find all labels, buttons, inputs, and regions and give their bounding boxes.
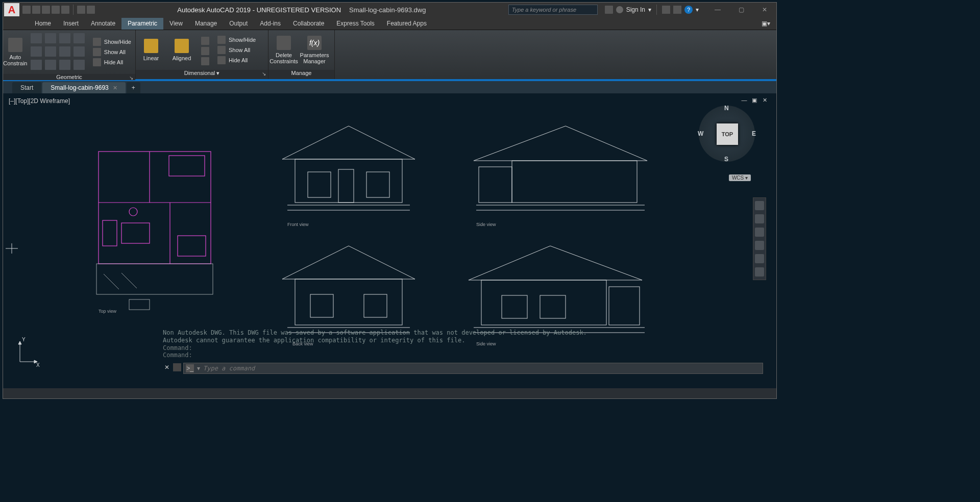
svg-rect-25 [310,294,333,317]
panel-label-dimensional[interactable]: Dimensional ▾↘ [136,70,268,79]
dim-radius-button[interactable] [200,46,210,56]
panel-expand-icon[interactable]: ↘ [129,75,133,81]
showall-icon [93,48,101,56]
radius-icon [201,47,209,55]
svg-rect-7 [178,236,206,256]
tab-new-button[interactable]: + [127,82,140,93]
showhide-icon [217,36,226,44]
signin-button[interactable]: Sign In [626,6,645,13]
auto-constrain-button[interactable]: Auto Constrain [3,30,28,74]
aligned-button[interactable]: Aligned [166,30,197,70]
command-window[interactable]: Non Autodesk DWG. This DWG file was save… [163,329,763,374]
exchange-icon[interactable] [673,6,681,14]
dim-showall-button[interactable]: Show All [216,45,257,55]
delete-constraints-icon [277,36,291,50]
svg-rect-9 [96,264,213,294]
hideall-icon [93,58,101,66]
status-bar [3,388,776,398]
dim-hideall-button[interactable]: Hide All [216,56,257,65]
minimize-button[interactable]: — [706,3,729,17]
tab-home[interactable]: Home [29,18,57,30]
tab-addins[interactable]: Add-ins [254,18,287,30]
geo-showhide-button[interactable]: Show/Hide [92,37,132,46]
tab-expresstools[interactable]: Express Tools [330,18,380,30]
qat-open-icon[interactable] [32,6,40,14]
angular-icon [201,37,209,45]
tab-close-icon[interactable]: ✕ [113,85,117,91]
tab-parametric[interactable]: Parametric [121,18,163,30]
command-prompt: Command: [163,352,763,359]
tab-output[interactable]: Output [223,18,254,30]
tab-view[interactable]: View [163,18,189,30]
svg-rect-12 [295,159,402,203]
dim-showhide-button[interactable]: Show/Hide [216,35,257,44]
tab-annotate[interactable]: Annotate [85,18,121,30]
svg-rect-13 [308,172,331,197]
label-top-view: Top view [99,309,116,314]
qat-saveas-icon[interactable] [52,6,60,14]
collinear-icon[interactable] [59,46,70,57]
perpendicular-icon[interactable] [45,33,56,43]
tab-featuredapps[interactable]: Featured Apps [381,18,433,30]
vertical-icon[interactable] [45,46,56,57]
dim-diameter-button[interactable] [200,57,210,66]
cart-icon[interactable] [662,6,670,14]
tangent-icon[interactable] [59,33,70,43]
qat-undo-icon[interactable] [77,6,85,14]
linear-button[interactable]: Linear [136,30,166,70]
tab-document[interactable]: Small-log-cabin-9693✕ [42,82,125,93]
coincident-icon[interactable] [31,33,42,43]
horizontal-icon[interactable] [31,46,42,57]
svg-rect-6 [103,220,117,246]
panel-label-geometric[interactable]: Geometric↘ [3,74,135,80]
ribbon-tabs: Home Insert Annotate Parametric View Man… [3,17,776,30]
geo-showall-button[interactable]: Show All [92,47,132,57]
svg-point-8 [129,208,137,216]
parallel-icon[interactable] [74,33,85,43]
chevron-down-icon[interactable]: ▾ [696,6,699,13]
concentric-icon[interactable] [74,46,85,57]
drawing-back-elevation [272,238,425,340]
svg-marker-11 [282,126,415,159]
tab-manage[interactable]: Manage [189,18,223,30]
delete-constraints-button[interactable]: Delete Constraints [268,30,299,70]
tab-collaborate[interactable]: Collaborate [287,18,330,30]
crosshair-icon [6,243,18,254]
maximize-button[interactable]: ▢ [729,3,753,17]
window-title: Autodesk AutoCAD 2019 - UNREGISTERED VER… [98,6,505,14]
command-customize-icon[interactable] [173,363,181,371]
plus-icon: + [132,84,135,91]
smooth-icon[interactable] [31,60,42,70]
fix-icon[interactable] [74,60,85,70]
tab-insert[interactable]: Insert [57,18,85,30]
ucs-icon: X Y [16,336,41,367]
svg-rect-24 [295,279,402,325]
parameters-manager-button[interactable]: f(x)Parameters Manager [299,30,330,70]
command-history-line: Autodesk cannot guarantee the applicatio… [163,337,763,344]
svg-marker-29 [469,246,642,280]
ribbon-minimize-icon[interactable]: ▣▾ [755,18,776,30]
geo-hideall-button[interactable]: Hide All [92,58,132,67]
svg-rect-4 [169,156,205,176]
binoculars-icon[interactable] [605,6,613,14]
qat-new-icon[interactable] [22,6,31,14]
qat-save-icon[interactable] [42,6,50,14]
panel-expand-icon[interactable]: ↘ [262,71,266,77]
separator [73,5,74,15]
command-input[interactable] [203,365,761,372]
svg-rect-32 [540,295,566,318]
equal-icon[interactable] [59,60,70,70]
app-menu-button[interactable]: A [4,3,19,16]
close-button[interactable]: ✕ [753,3,776,17]
qat-redo-icon[interactable] [87,6,95,14]
help-icon[interactable]: ? [684,6,693,14]
command-close-icon[interactable]: ✕ [163,363,171,371]
chevron-down-icon[interactable]: ▾ [648,6,651,13]
dim-angular-button[interactable] [200,36,210,45]
qat-plot-icon[interactable] [61,6,69,14]
svg-rect-10 [129,299,150,310]
symmetric-icon[interactable] [45,60,56,70]
drawing-side-elevation-2 [463,238,652,340]
infocenter-search[interactable]: Type a keyword or phrase [508,5,598,15]
tab-start[interactable]: Start [12,82,41,93]
